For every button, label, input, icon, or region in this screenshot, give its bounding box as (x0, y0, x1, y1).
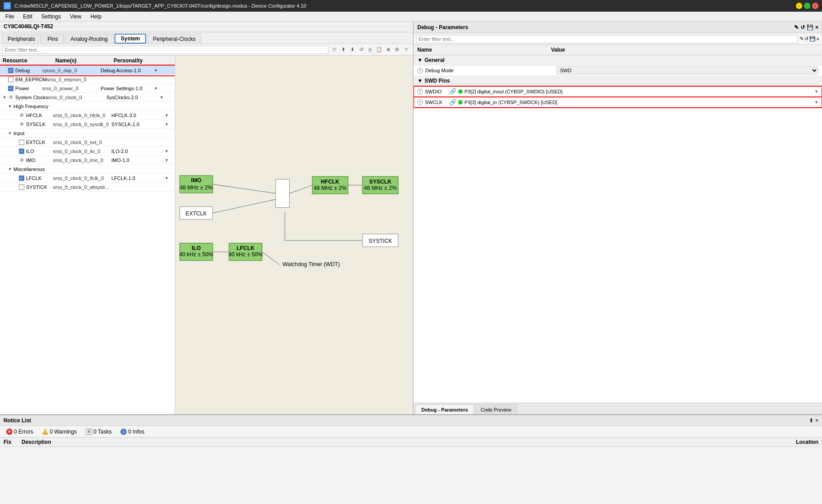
tree-row-ilo[interactable]: ILO srss_0_clock_0_ilo_0 ILO-2.0 ▼ (0, 147, 175, 156)
panel-icon-save[interactable]: 💾 (807, 24, 813, 31)
infos-label: 0 Infos (128, 429, 144, 435)
right-search-input[interactable] (416, 35, 798, 43)
maximize-button[interactable]: □ (804, 3, 810, 9)
tab-peripherals[interactable]: Peripherals (2, 34, 41, 44)
tab-analog-routing[interactable]: Analog-Routing (65, 34, 114, 44)
panel-icon-edit[interactable]: ✎ (794, 24, 799, 31)
tree-row-lfclk[interactable]: LFCLK srss_0_clock_0_lfclk_0 LFCLK-1.0 ▼ (0, 174, 175, 183)
expand-debug[interactable] (2, 68, 7, 73)
right-panel-header-icons: ✎ ↺ 💾 × (794, 24, 818, 31)
expand-input[interactable]: ▼ (7, 131, 13, 136)
personality-arrow-power[interactable]: ▼ (153, 85, 159, 92)
search-input[interactable] (3, 46, 328, 54)
gear-sysclk: ⚙ (19, 122, 24, 127)
arrow-swclk[interactable]: ▼ (814, 100, 818, 105)
expand-miscellaneous[interactable]: ▼ (7, 167, 13, 172)
personality-arrow-debug[interactable]: ▼ (153, 67, 159, 74)
errors-label: 0 Errors (14, 429, 33, 435)
right-search-save-icon[interactable]: 💾 (809, 36, 816, 42)
personality-arrow-ilo[interactable]: ▼ (164, 148, 170, 154)
right-search-close-icon[interactable]: × (817, 36, 819, 42)
menu-file[interactable]: File (4, 13, 16, 21)
tree-row-system-clocks[interactable]: ▼ ⚙ System Clocks srss_0_clock_0 SysCloc… (0, 93, 175, 102)
title-bar-controls[interactable]: − □ × (796, 3, 818, 9)
menu-help[interactable]: Help (88, 13, 103, 21)
bottom-tab-code-preview[interactable]: Code Preview (475, 404, 517, 414)
tab-pins[interactable]: Pins (42, 34, 64, 44)
checkbox-lfclk[interactable] (19, 175, 24, 181)
link-icon-swdio[interactable]: 🔗 (449, 88, 456, 95)
personality-arrow-sysclk[interactable]: ▼ (164, 121, 170, 127)
checkbox-extclk[interactable] (19, 140, 24, 145)
tab-system[interactable]: System (115, 34, 146, 44)
lfclk-sublabel: 40 kHz ± 50% (229, 251, 263, 258)
tree-row-debug[interactable]: Debug cpuss_0_dap_0 Debug Access-1.0 ▼ (0, 66, 175, 75)
label-sysclk: SYSCLK (26, 122, 53, 127)
copy-icon[interactable]: ⎘ (366, 46, 374, 54)
tree-row-systick[interactable]: SYSTICK srss_0_clock_0_altsystickclk_0 (0, 183, 175, 192)
panel-icon-close[interactable]: × (815, 24, 818, 31)
checkbox-em-eeprom[interactable] (8, 77, 13, 82)
arrow-swdio[interactable]: ▼ (814, 89, 818, 94)
menu-view[interactable]: View (68, 13, 83, 21)
help-icon[interactable]: ? (402, 46, 410, 54)
notice-toolbar: ✕ 0 Errors ! 0 Warnings ☰ 0 Tasks i 0 In… (0, 426, 822, 438)
tree-row-sysclk[interactable]: ⚙ SYSCLK srss_0_clock_0_sysclk_0 SYSCLK-… (0, 120, 175, 129)
warnings-button[interactable]: ! 0 Warnings (40, 428, 80, 436)
link-icon-swclk[interactable]: 🔗 (449, 99, 456, 105)
notice-close-icon[interactable]: × (815, 417, 818, 424)
expand-general[interactable]: ▼ (417, 57, 423, 63)
expand-system-clocks[interactable]: ▼ (2, 95, 7, 100)
checkbox-ilo[interactable] (19, 149, 24, 154)
help-icon-debug-mode[interactable]: ? (417, 68, 423, 74)
personality-debug: Debug Access-1.0 ▼ (101, 67, 159, 74)
infos-button[interactable]: i 0 Infos (118, 428, 147, 436)
checkbox-power[interactable] (8, 86, 13, 91)
section-swd-pins[interactable]: ▼ SWD Pins (414, 76, 822, 86)
personality-arrow-sysclocks[interactable]: ▼ (159, 94, 165, 101)
question-debug-mode[interactable]: ? (417, 67, 424, 74)
errors-button[interactable]: ✕ 0 Errors (4, 428, 36, 436)
expand-swd-pins[interactable]: ▼ (417, 78, 423, 84)
help-icon-swdio[interactable]: ? (417, 88, 423, 94)
label-hfclk: HFCLK (26, 113, 53, 118)
checkbox-debug[interactable] (8, 68, 13, 73)
menu-edit[interactable]: Edit (21, 13, 34, 21)
personality-arrow-hfclk[interactable]: ▼ (164, 112, 170, 118)
menu-settings[interactable]: Settings (40, 13, 62, 21)
paste-icon[interactable]: 📋 (375, 46, 383, 54)
tree-row-hfclk[interactable]: ⚙ HFCLK srss_0_clock_0_hfclk_0 HFCLK-3.0… (0, 111, 175, 120)
section-general[interactable]: ▼ General (414, 55, 822, 66)
app-icon: ⬡ (4, 2, 11, 9)
close-button[interactable]: × (812, 3, 818, 9)
notice-maximize-icon[interactable]: ⬆ (809, 417, 813, 424)
right-search-refresh-icon[interactable]: ↺ (804, 36, 809, 42)
select-debug-mode[interactable]: SWD JTAG (557, 66, 818, 75)
help-icon-swclk[interactable]: ? (417, 99, 423, 105)
tree-row-em-eeprom[interactable]: EM_EEPROM srss_0_eeprom_0 (0, 75, 175, 84)
tree-row-extclk[interactable]: EXTCLK srss_0_clock_0_ext_0 (0, 138, 175, 147)
tree-row-imo[interactable]: ⚙ IMO srss_0_clock_0_imo_0 IMO-1.0 ▼ (0, 156, 175, 165)
tree-row-input[interactable]: ▼ Input (0, 129, 175, 138)
export-icon[interactable]: ⬆ (339, 46, 347, 54)
settings-icon[interactable]: ⚙ (393, 46, 401, 54)
bottom-tab-debug-params[interactable]: Debug - Parameters (415, 404, 474, 414)
right-search-edit-icon[interactable]: ✎ (800, 36, 804, 42)
tree-row-miscellaneous[interactable]: ▼ Miscellaneous (0, 165, 175, 174)
title-bar-text: C:/mtw/MSCLP_CAPSENSE_LOW_POWER_1/bsps/T… (14, 3, 306, 9)
import-icon[interactable]: ⬇ (348, 46, 356, 54)
panel-icon-refresh[interactable]: ↺ (800, 24, 805, 31)
checkbox-systick[interactable] (19, 184, 24, 190)
refresh-icon[interactable]: ↺ (357, 46, 365, 54)
zoom-icon[interactable]: ⊕ (384, 46, 392, 54)
personality-arrow-imo[interactable]: ▼ (164, 157, 170, 163)
expand-lfclk (13, 175, 18, 181)
personality-arrow-lfclk[interactable]: ▼ (164, 175, 170, 181)
tree-row-high-frequency[interactable]: ▼ High Frequency (0, 102, 175, 111)
tab-peripheral-clocks[interactable]: Peripheral-Clocks (147, 34, 201, 44)
filter-icon[interactable]: ▽ (330, 46, 338, 54)
minimize-button[interactable]: − (796, 3, 802, 9)
tree-row-power[interactable]: Power srss_0_power_0 Power Settings-1.0 … (0, 84, 175, 93)
expand-high-frequency[interactable]: ▼ (7, 104, 13, 109)
tasks-button[interactable]: ☰ 0 Tasks (83, 428, 114, 436)
